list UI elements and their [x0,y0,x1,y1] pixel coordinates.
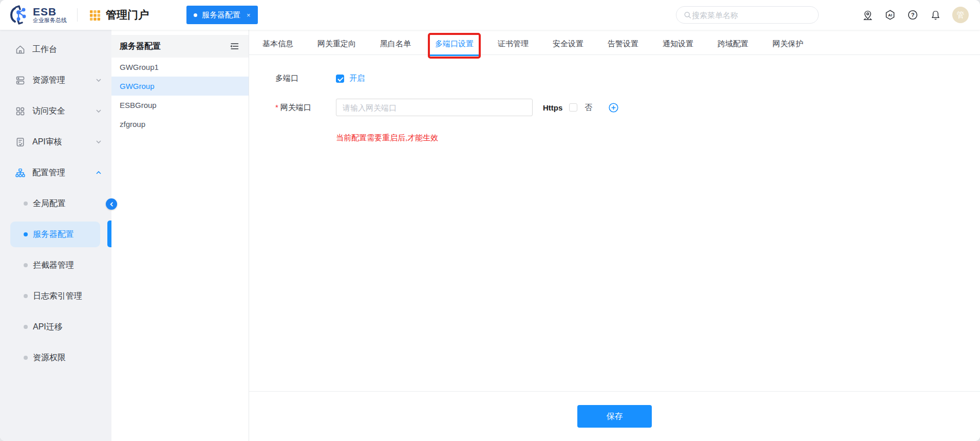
panel-header: 服务器配置 [111,35,249,58]
tab-alert-settings[interactable]: 告警设置 [608,35,638,55]
bullet-icon [24,263,28,267]
sidebar-item-config-management[interactable]: 配置管理 [0,157,111,188]
sidebar-subitem-resource-permission[interactable]: 资源权限 [0,342,111,373]
server-group-item[interactable]: ESBGroup [111,96,249,115]
save-button[interactable]: 保存 [577,405,652,428]
tab-notification-settings[interactable]: 通知设置 [663,35,693,55]
svg-text:AI: AI [888,13,892,17]
sidebar-item-label: 访问安全 [32,106,95,117]
bell-icon[interactable] [930,9,941,21]
menu-search[interactable] [676,6,819,24]
bullet-icon [24,356,28,360]
multiport-row: 多端口 开启 [275,74,980,83]
sidebar: 工作台 资源管理 访问安全 [0,30,111,441]
active-item-indicator [107,220,111,247]
sidebar-subitem-label: 服务器配置 [33,229,74,240]
tab-multiport-settings[interactable]: 多端口设置 [435,35,474,55]
security-icon [15,106,26,117]
sidebar-collapse-button[interactable] [106,198,117,210]
gateway-port-input[interactable] [336,99,533,116]
brand-text: ESB 企业服务总线 [33,6,67,24]
ai-icon[interactable]: AI [884,9,896,21]
chevron-up-icon [95,169,102,176]
sidebar-item-resources[interactable]: 资源管理 [0,65,111,96]
app-window: ESB 企业服务总线 管理门户 服务器配置 × [0,0,980,441]
menu-fold-icon[interactable] [229,41,239,51]
tab-basic-info[interactable]: 基本信息 [262,35,293,55]
sidebar-item-api-audit[interactable]: API审核 [0,126,111,157]
sidebar-item-access-security[interactable]: 访问安全 [0,96,111,126]
gateway-port-label: *网关端口 [275,103,336,113]
https-option-label: 否 [585,103,592,113]
sidebar-subitem-label: 资源权限 [33,353,66,363]
sidebar-subitem-label: 全局配置 [33,198,66,209]
server-group-item-selected[interactable]: GWGroup [111,77,249,96]
sidebar-subitem-label: 拦截器管理 [33,260,74,271]
search-input[interactable] [692,11,811,20]
home-icon [15,44,26,55]
tab-close-icon[interactable]: × [247,11,251,19]
sidebar-subitem-label: 日志索引管理 [33,291,82,302]
form-footer: 保存 [249,391,980,441]
open-tab-label: 服务器配置 [202,10,240,20]
header-actions: AI ? 管 [676,0,969,30]
sidebar-subitem-interceptor-management[interactable]: 拦截器管理 [0,250,111,281]
help-icon[interactable]: ? [907,9,918,21]
sidebar-item-label: 资源管理 [32,75,95,86]
portal-grid-icon [89,9,101,21]
multiport-enable-checkbox[interactable] [336,75,344,83]
tab-gateway-redirect[interactable]: 网关重定向 [317,35,356,55]
tab-blackwhite-list[interactable]: 黑白名单 [380,35,411,55]
sidebar-subitem-server-config[interactable]: 服务器配置 [0,219,111,250]
sidebar-subitem-log-index-management[interactable]: 日志索引管理 [0,281,111,311]
audit-icon [15,137,26,148]
panel-title: 服务器配置 [120,41,161,52]
svg-text:?: ? [911,12,915,18]
header-divider [77,8,78,22]
portal-title: 管理门户 [106,8,149,22]
sidebar-subitem-label: API迁移 [33,322,63,333]
tab-dot [194,13,197,17]
tab-gateway-protection[interactable]: 网关保护 [772,35,803,55]
sidebar-item-label: 配置管理 [32,168,95,178]
https-label: Https [543,103,562,112]
search-icon [684,11,692,20]
add-port-icon[interactable] [608,102,619,113]
chevron-down-icon [95,138,102,145]
esb-logo-icon [9,5,29,25]
https-checkbox[interactable] [569,103,577,112]
main-content: 基本信息 网关重定向 黑白名单 多端口设置 证书管理 安全设置 告警设置 通知设… [249,30,980,441]
user-avatar[interactable]: 管 [952,7,969,23]
bullet-icon [24,294,28,298]
bullet-icon [24,232,28,236]
restart-notice: 当前配置需要重启后,才能生效 [336,133,980,143]
tab-certificate-management[interactable]: 证书管理 [498,35,529,55]
server-group-panel: 服务器配置 GWGroup1 GWGroup ESBGroup zfgroup [111,30,249,441]
resource-icon [15,75,26,86]
active-tab-underline [429,54,480,56]
config-icon [15,168,26,178]
gateway-port-row: *网关端口 Https 否 [275,99,980,116]
location-icon[interactable] [862,9,873,21]
sidebar-item-label: 工作台 [32,44,102,55]
chevron-left-icon [109,201,115,207]
multiport-enable-label: 开启 [349,74,365,83]
brand-subtitle: 企业服务总线 [33,17,67,24]
server-group-item[interactable]: zfgroup [111,115,249,134]
bullet-icon [24,201,28,206]
sidebar-item-workbench[interactable]: 工作台 [0,34,111,65]
chevron-down-icon [95,77,102,84]
server-group-item[interactable]: GWGroup1 [111,58,249,77]
open-tab-server-config[interactable]: 服务器配置 × [186,6,258,24]
sidebar-item-label: API审核 [32,137,95,148]
brand-name: ESB [33,6,67,17]
multiport-form: 多端口 开启 *网关端口 Https 否 当前配置需要重启后,才能生效 [249,55,980,391]
sidebar-subitem-api-migration[interactable]: API迁移 [0,311,111,342]
body: 工作台 资源管理 访问安全 [0,30,980,441]
tab-cors-config[interactable]: 跨域配置 [718,35,748,55]
sidebar-subitem-global-config[interactable]: 全局配置 [0,188,111,219]
settings-tabs: 基本信息 网关重定向 黑白名单 多端口设置 证书管理 安全设置 告警设置 通知设… [249,30,980,55]
tab-security-settings[interactable]: 安全设置 [553,35,583,55]
header: ESB 企业服务总线 管理门户 服务器配置 × [0,0,980,30]
tab-label: 多端口设置 [435,39,474,48]
